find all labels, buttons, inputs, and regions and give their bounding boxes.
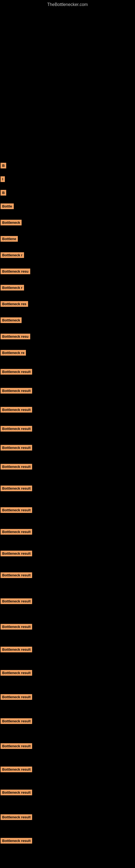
result-item-30: Bottleneck result xyxy=(1,718,32,724)
result-item-18: Bottleneck result xyxy=(1,445,32,451)
result-item-21: Bottleneck result xyxy=(1,507,32,513)
result-item-12: Bottleneck resu xyxy=(1,334,30,339)
result-item-16: Bottleneck result xyxy=(1,407,32,412)
result-item-14: Bottleneck result xyxy=(1,369,32,375)
result-item-35: Bottleneck result xyxy=(1,838,32,844)
result-item-5: Bottleneck xyxy=(1,220,21,225)
site-title: TheBottlenecker.com xyxy=(0,0,135,8)
result-item-29: Bottleneck result xyxy=(1,694,32,700)
result-item-25: Bottleneck result xyxy=(1,598,32,604)
result-item-32: Bottleneck result xyxy=(1,767,32,772)
result-item-13: Bottleneck re xyxy=(1,350,26,355)
result-item-6: Bottlene xyxy=(1,236,18,242)
result-item-26: Bottleneck result xyxy=(1,624,32,629)
result-item-34: Bottleneck result xyxy=(1,814,32,820)
result-item-2: I xyxy=(1,176,5,182)
result-item-9: Bottleneck r xyxy=(1,285,24,290)
result-item-3: B xyxy=(1,190,6,195)
result-item-4: Bottle xyxy=(1,204,14,209)
result-item-22: Bottleneck result xyxy=(1,529,32,535)
result-item-27: Bottleneck result xyxy=(1,647,32,652)
result-item-11: Bottleneck xyxy=(1,317,21,323)
result-item-7: Bottleneck r xyxy=(1,252,24,258)
result-item-19: Bottleneck result xyxy=(1,464,32,469)
result-item-24: Bottleneck result xyxy=(1,572,32,578)
result-item-8: Bottleneck resu xyxy=(1,269,30,274)
result-item-31: Bottleneck result xyxy=(1,743,32,749)
result-item-1: B xyxy=(1,163,6,168)
result-item-17: Bottleneck result xyxy=(1,426,32,432)
result-item-23: Bottleneck result xyxy=(1,551,32,556)
result-item-33: Bottleneck result xyxy=(1,789,32,795)
result-item-28: Bottleneck result xyxy=(1,670,32,676)
result-item-10: Bottleneck res xyxy=(1,301,28,307)
result-item-20: Bottleneck result xyxy=(1,486,32,491)
result-item-15: Bottleneck result xyxy=(1,388,32,394)
